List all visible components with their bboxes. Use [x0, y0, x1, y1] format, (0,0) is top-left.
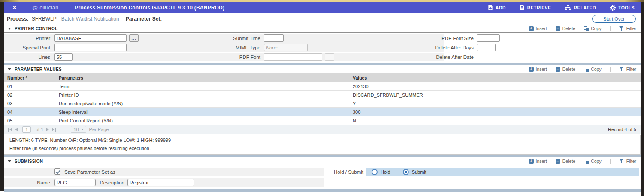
collapse-caret-icon[interactable]: [8, 160, 11, 162]
delete-after-days-label: Delete After Days: [405, 44, 474, 52]
cell-parameter[interactable]: Sleep interval: [55, 108, 349, 116]
parameter-table-header: Number * Parameters Values: [4, 74, 641, 82]
per-page-size: 10: [73, 127, 79, 132]
cell-value[interactable]: 202130: [349, 82, 641, 90]
page-number-input[interactable]: 1: [22, 126, 31, 133]
insert-icon: +: [529, 159, 534, 164]
delete-label: Delete: [562, 159, 575, 164]
table-row[interactable]: 04Sleep interval300: [4, 108, 641, 116]
ellucian-logo: @ ellucian: [32, 4, 58, 11]
insert-button[interactable]: +Insert: [529, 159, 547, 164]
retrieve-label: RETRIEVE: [527, 5, 551, 10]
insert-icon: +: [529, 67, 534, 72]
filter-label: Filter: [626, 26, 636, 31]
ellucian-wordmark: ellucian: [39, 4, 58, 11]
column-header-parameters[interactable]: Parameters: [55, 74, 349, 82]
table-row[interactable]: 01Term202130: [4, 82, 641, 91]
cell-number[interactable]: 05: [4, 116, 55, 125]
related-button[interactable]: RELATED: [565, 5, 596, 10]
retrieve-button[interactable]: RETRIEVE: [520, 5, 551, 10]
pdf-font-browse-button[interactable]: ...: [325, 53, 334, 61]
add-label: ADD: [496, 5, 506, 10]
mime-type-input[interactable]: [264, 44, 308, 51]
table-row[interactable]: 05Print Control Report (Y/N)N: [4, 116, 641, 125]
pdf-font-size-input[interactable]: [477, 34, 500, 42]
save-parameter-checkbox[interactable]: [54, 168, 60, 175]
column-header-number[interactable]: Number *: [4, 74, 55, 82]
special-print-input[interactable]: [54, 44, 127, 51]
mime-type-label: MIME Type: [167, 44, 260, 52]
printer-control-toolbar: +Insert −Delete Copy Filter: [529, 26, 636, 31]
chevron-down-icon: [81, 129, 84, 130]
pagination-divider: [63, 127, 63, 132]
last-page-button[interactable]: [52, 128, 56, 132]
cell-parameter[interactable]: Term: [55, 82, 349, 90]
copy-button[interactable]: Copy: [584, 26, 602, 31]
titlebar: × @ ellucian Process Submission Controls…: [4, 2, 641, 13]
insert-button[interactable]: +Insert: [529, 26, 547, 31]
printer-control-body: Printer ... Submit Time PDF Font Size Sp…: [4, 33, 641, 63]
pdf-font-input[interactable]: [264, 53, 322, 61]
delete-button[interactable]: −Delete: [556, 159, 575, 164]
filter-button[interactable]: Filter: [619, 26, 636, 31]
next-page-button[interactable]: [46, 128, 49, 131]
window-frame-left: [0, 0, 4, 191]
cell-parameter[interactable]: Run in sleep/wake mode (Y/N): [55, 99, 349, 107]
prev-page-button[interactable]: [15, 128, 18, 131]
hold-radio[interactable]: [372, 169, 378, 175]
collapse-caret-icon[interactable]: [8, 28, 11, 30]
page-of-label: of 1: [36, 127, 43, 132]
cell-parameter[interactable]: Print Control Report (Y/N): [55, 116, 349, 125]
insert-label: Insert: [536, 159, 547, 164]
lines-input[interactable]: [54, 53, 73, 61]
lines-row: Lines PDF Font ... Delete After Date: [4, 53, 641, 61]
cell-number[interactable]: 01: [4, 82, 55, 90]
printer-browse-button[interactable]: ...: [129, 34, 139, 42]
cell-parameter[interactable]: Printer ID: [55, 91, 349, 99]
description-input[interactable]: [127, 179, 194, 186]
submit-time-input[interactable]: [264, 34, 284, 42]
copy-button[interactable]: Copy: [584, 159, 602, 164]
cell-value[interactable]: N: [349, 116, 641, 125]
first-page-button[interactable]: [8, 128, 12, 132]
delete-button[interactable]: −Delete: [556, 67, 575, 72]
per-page-select[interactable]: 10: [71, 126, 86, 133]
tools-button[interactable]: TOOLS: [610, 5, 635, 11]
process-code: SFRBWLP: [32, 16, 57, 22]
copy-button[interactable]: Copy: [584, 67, 602, 72]
delete-after-days-input[interactable]: [477, 44, 496, 51]
cell-value[interactable]: Y: [349, 99, 641, 107]
start-over-button[interactable]: Start Over: [592, 15, 636, 23]
pdf-font-size-label: PDF Font Size: [405, 34, 474, 42]
delete-button[interactable]: −Delete: [556, 26, 575, 31]
parameter-table-rows: 01Term20213002Printer IDDISCARD_SFRBWLP_…: [4, 82, 641, 125]
filter-button[interactable]: Filter: [619, 67, 636, 72]
submit-radio[interactable]: [403, 169, 409, 175]
cell-number[interactable]: 03: [4, 99, 55, 107]
table-row[interactable]: 03Run in sleep/wake mode (Y/N)Y: [4, 99, 641, 108]
cell-value[interactable]: 300: [349, 108, 641, 116]
submit-label[interactable]: Submit: [412, 169, 426, 175]
hold-label[interactable]: Hold: [381, 169, 390, 175]
cell-value[interactable]: DISCARD_SFRBWLP_SUMMER: [349, 91, 641, 99]
process-name-link[interactable]: Batch Waitlist Notification: [61, 16, 119, 22]
filter-button[interactable]: Filter: [619, 159, 636, 164]
parameter-values-title: PARAMETER VALUES: [15, 67, 62, 72]
collapse-caret-icon[interactable]: [8, 68, 11, 70]
add-button[interactable]: ADD: [488, 5, 506, 10]
save-parameter-row: Save Parameter Set as Hold / Submit Hold…: [4, 168, 641, 176]
printer-input[interactable]: [54, 34, 127, 42]
insert-label: Insert: [536, 26, 547, 31]
table-row[interactable]: 02Printer IDDISCARD_SFRBWLP_SUMMER: [4, 91, 641, 99]
copy-icon: [584, 159, 589, 164]
cell-number[interactable]: 02: [4, 91, 55, 99]
delete-icon: −: [556, 67, 560, 72]
name-input[interactable]: [54, 179, 96, 186]
close-icon[interactable]: ×: [12, 4, 17, 11]
key-block: Process: SFRBWLP Batch Waitlist Notifica…: [4, 13, 641, 24]
description-label: Description: [95, 179, 124, 187]
insert-button[interactable]: +Insert: [529, 67, 547, 72]
copy-label: Copy: [591, 159, 602, 164]
column-header-values[interactable]: Values: [349, 74, 641, 82]
cell-number[interactable]: 04: [4, 108, 55, 116]
